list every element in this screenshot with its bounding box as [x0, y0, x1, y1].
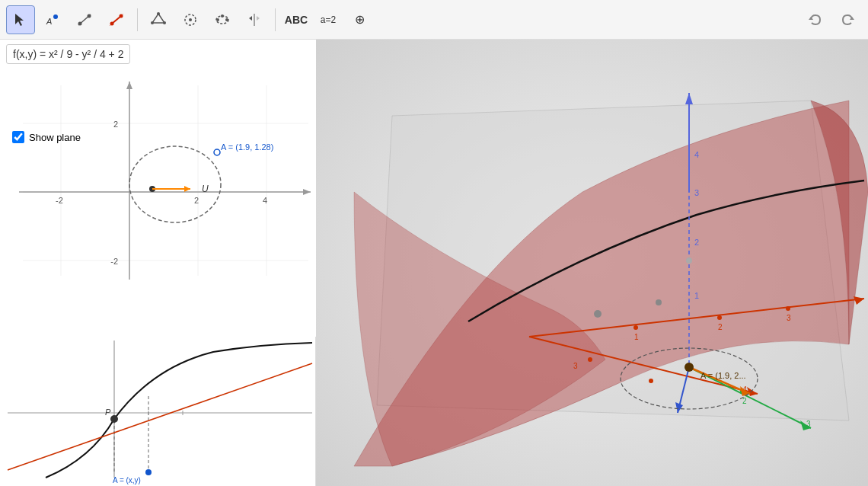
svg-point-16 — [189, 18, 192, 21]
svg-text:-2: -2 — [110, 257, 118, 266]
svg-text:2: 2 — [742, 397, 747, 405]
svg-point-99 — [686, 257, 692, 264]
canvas3d: 4 3 2 1 1 2 3 4 3 2 3 A = — [316, 40, 868, 486]
formula-expression: f(x,y) = x² / 9 - y² / 4 + 2 — [13, 48, 123, 60]
svg-point-97 — [594, 310, 602, 318]
show-plane-checkbox[interactable] — [12, 131, 24, 143]
text-tool[interactable]: ABC — [282, 5, 311, 34]
slider-tool-label: a=2 — [321, 14, 336, 25]
3d-scene-svg: 4 3 2 1 1 2 3 4 3 2 3 A = — [316, 40, 868, 486]
text-tool-label: ABC — [285, 14, 308, 26]
undo-button[interactable] — [801, 5, 830, 34]
svg-point-75 — [786, 306, 790, 311]
svg-text:4: 4 — [694, 150, 699, 159]
svg-point-18 — [216, 18, 219, 21]
svg-point-56 — [110, 415, 118, 423]
svg-point-14 — [151, 21, 154, 24]
svg-text:⊕: ⊕ — [355, 13, 365, 26]
separator-1 — [137, 8, 138, 31]
svg-point-12 — [157, 12, 160, 15]
svg-text:3: 3 — [694, 188, 699, 197]
svg-text:P: P — [105, 408, 111, 417]
svg-point-82 — [588, 357, 592, 362]
bottom-graph-svg: P A = (x,y) — [0, 337, 316, 486]
reflect-tool[interactable] — [240, 5, 269, 34]
toolbar: A ABC a=2 ⊕ — [0, 0, 868, 40]
svg-text:1: 1 — [694, 291, 699, 300]
svg-text:1: 1 — [634, 333, 639, 341]
svg-marker-0 — [15, 14, 24, 26]
svg-point-20 — [221, 14, 224, 18]
svg-line-5 — [78, 14, 91, 25]
svg-text:3: 3 — [573, 362, 578, 370]
segment-tool[interactable] — [102, 5, 131, 34]
svg-text:2: 2 — [718, 323, 723, 331]
svg-point-13 — [163, 21, 166, 24]
svg-point-94 — [685, 363, 694, 372]
separator-2 — [275, 8, 276, 31]
line-tool[interactable] — [70, 5, 99, 34]
point-tool[interactable]: A — [38, 5, 67, 34]
toolbar-right — [801, 5, 862, 34]
svg-text:A: A — [46, 17, 52, 26]
formula-bar: f(x,y) = x² / 9 - y² / 4 + 2 — [6, 44, 130, 64]
graph2d-top: -2 2 4 2 -2 A = (1.9, 1.28) U Show plane — [0, 40, 316, 337]
polygon-tool[interactable] — [144, 5, 173, 34]
svg-point-73 — [633, 325, 638, 330]
svg-text:A = (1.9, 2...: A = (1.9, 2... — [700, 371, 746, 380]
graph2d-bottom: Duf(x,y) = 0.43 P A = (x,y) — [0, 337, 316, 486]
svg-text:2: 2 — [694, 238, 699, 247]
svg-point-83 — [649, 379, 653, 383]
svg-point-58 — [145, 469, 152, 475]
svg-point-98 — [656, 299, 662, 305]
redo-button[interactable] — [833, 5, 862, 34]
ellipse-tool[interactable] — [208, 5, 237, 34]
svg-point-19 — [225, 18, 228, 21]
svg-point-1 — [53, 14, 58, 19]
svg-rect-51 — [0, 337, 316, 486]
slider-tool[interactable]: a=2 — [314, 5, 343, 34]
graph2d-svg: -2 2 4 2 -2 A = (1.9, 1.28) U Show plane — [0, 40, 316, 337]
svg-text:A = (1.9, 1.28): A = (1.9, 1.28) — [221, 142, 273, 152]
select-tool[interactable] — [6, 5, 35, 34]
svg-text:4: 4 — [263, 196, 267, 205]
show-plane-label: Show plane — [29, 132, 81, 143]
svg-marker-23 — [257, 16, 260, 21]
circle-tool[interactable] — [176, 5, 205, 34]
svg-text:-2: -2 — [56, 196, 63, 205]
svg-text:3: 3 — [806, 420, 811, 428]
svg-text:U: U — [202, 184, 209, 194]
svg-marker-22 — [249, 16, 252, 21]
svg-text:2: 2 — [194, 196, 199, 205]
move-view-tool[interactable]: ⊕ — [346, 5, 375, 34]
svg-text:A = (x,y): A = (x,y) — [113, 476, 141, 484]
svg-text:2: 2 — [113, 120, 118, 129]
svg-point-74 — [717, 315, 722, 320]
svg-text:3: 3 — [787, 314, 791, 322]
